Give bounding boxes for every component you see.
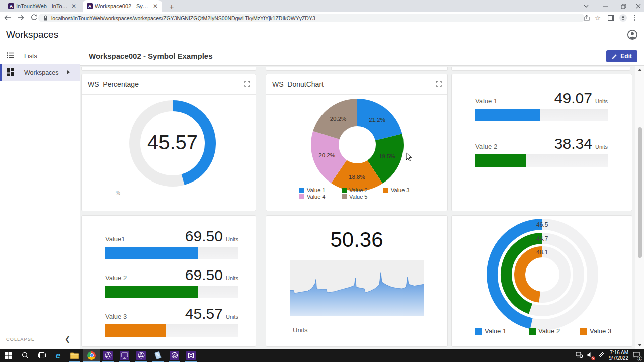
scroll-down-icon[interactable] [635, 341, 644, 349]
aveva-favicon: A [8, 3, 14, 9]
sidebar-item-label: Lists [24, 53, 37, 60]
bar-label: Value 3 [105, 313, 127, 320]
window-minimize-button[interactable] [597, 0, 614, 12]
sidebar: Lists Workspaces COLLAPSE ❮ [0, 46, 80, 349]
app-header: Workspaces [0, 23, 644, 46]
card-partial [266, 67, 448, 71]
pencil-icon [612, 54, 617, 59]
internet-explorer-icon[interactable]: e [50, 349, 66, 362]
donut-chart: 21.2%19.5%18.8%20.2%20.2% [266, 95, 448, 195]
legend-swatch [529, 328, 536, 335]
percentage-value: 45.57 [97, 131, 248, 154]
address-bar[interactable]: localhost/InTouchWeb/workspaces/workspac… [38, 14, 585, 22]
system-tray: 7:16 AM 9/7/2022 1 [576, 349, 644, 362]
bar-track [105, 247, 238, 259]
collapse-chevron-icon: ❮ [65, 335, 70, 343]
window-restore-button[interactable] [615, 0, 632, 12]
fullscreen-icon[interactable] [435, 81, 442, 88]
legend-item: Value 1 [475, 327, 506, 335]
svg-text:20.2%: 20.2% [330, 116, 347, 122]
back-icon[interactable] [2, 13, 13, 22]
tab-close-icon[interactable]: ✕ [152, 3, 159, 10]
bar-unit: Units [226, 275, 238, 281]
bar-track [475, 154, 608, 167]
svg-text:20.2%: 20.2% [318, 152, 335, 158]
legend-label: Value 4 [307, 194, 326, 200]
window-close-button[interactable] [630, 0, 644, 12]
scrollbar-thumb[interactable] [638, 127, 642, 258]
legend-item: Value 3 [383, 187, 410, 193]
fullscreen-icon[interactable] [244, 81, 251, 88]
file-explorer-icon[interactable] [66, 349, 83, 362]
workspaces-grid-icon [7, 68, 14, 77]
profile-avatar[interactable] [618, 13, 628, 22]
edit-button[interactable]: Edit [606, 50, 637, 62]
legend-label: Value 1 [307, 187, 326, 193]
browser-toolbar: localhost/InTouchWeb/workspaces/workspac… [0, 12, 644, 23]
account-icon[interactable] [627, 29, 638, 40]
sidebar-collapse[interactable]: COLLAPSE ❮ [0, 334, 80, 345]
windowmaker-notebook-icon[interactable] [149, 349, 166, 362]
window-menu-chevron-icon[interactable] [578, 0, 595, 12]
sidebar-item-lists[interactable]: Lists [0, 48, 80, 64]
legend-swatch [383, 188, 388, 193]
svg-text:18.8%: 18.8% [349, 174, 365, 180]
legend-item: Value 2 [342, 187, 368, 193]
share-icon[interactable] [582, 13, 592, 22]
list-icon [7, 52, 15, 60]
side-panel-icon[interactable] [606, 13, 616, 22]
svg-text:21.2%: 21.2% [369, 117, 385, 123]
browser-tab-intouchweb[interactable]: A InTouchWeb - InTouch Introduction ✕ [4, 0, 80, 12]
system-management-console-icon[interactable] [100, 349, 116, 362]
bar-row: Value 1 49.07Units [475, 89, 608, 121]
vertical-scrollbar[interactable] [635, 66, 644, 349]
page-header: Workspace002 - Symbol Examples Edit [80, 46, 644, 66]
legend-item: Value 3 [580, 327, 611, 335]
chrome-icon[interactable] [83, 349, 100, 362]
tab-title: InTouchWeb - InTouch Introduction [16, 3, 68, 9]
tab-close-icon[interactable]: ✕ [70, 3, 77, 10]
trend-unit: Units [293, 326, 308, 334]
card-radial-gauge: 46.544.748.1 Value 1 Value 2 Value 3 [451, 215, 632, 347]
bar-fill [105, 324, 166, 337]
network-tray-icon[interactable] [576, 351, 583, 360]
volume-muted-icon[interactable] [587, 351, 594, 360]
pen-tray-icon[interactable] [598, 351, 604, 360]
scroll-up-icon[interactable] [635, 66, 644, 74]
card-title: WS_Percentage [88, 80, 139, 88]
card-ws-percentage: WS_Percentage 45.57 % [81, 74, 256, 211]
new-tab-button[interactable]: + [166, 2, 177, 11]
taskbar-search-icon[interactable] [17, 349, 33, 362]
trend-value: 50.36 [266, 228, 447, 252]
start-button[interactable] [0, 349, 17, 362]
reload-icon[interactable] [28, 13, 39, 22]
intouch-app-icon[interactable] [116, 349, 133, 362]
card-partial [451, 67, 630, 71]
card-title: WS_DonutChart [272, 80, 324, 88]
bar-label: Value 2 [105, 274, 127, 282]
browser-tab-workspace002[interactable]: A Workspace002 - Symbol Examples ✕ [83, 0, 162, 12]
license-manager-icon[interactable] [166, 349, 183, 362]
task-view-icon[interactable] [33, 349, 50, 362]
bar-value: 38.34 [554, 135, 592, 152]
bookmark-star-icon[interactable]: ☆ [593, 13, 603, 22]
forward-icon[interactable] [15, 13, 26, 22]
legend-item: Value 4 [299, 194, 326, 200]
legend-swatch [342, 194, 347, 199]
bar-track [105, 286, 238, 298]
historian-app-icon[interactable] [183, 349, 199, 362]
card-trend: 50.36 Units [266, 215, 448, 347]
browser-menu-icon[interactable] [630, 13, 640, 22]
submenu-caret-icon [67, 70, 70, 74]
network-app-icon[interactable] [133, 349, 149, 362]
legend-label: Value 2 [349, 187, 368, 193]
bar-row: Value 2 69.50Units [105, 266, 238, 298]
sidebar-item-workspaces[interactable]: Workspaces [0, 64, 80, 81]
legend-swatch [299, 194, 304, 199]
card-bars-bottom: Value1 69.50Units Value 2 69.50Units Val… [81, 215, 256, 347]
action-center-icon[interactable]: 1 [633, 351, 640, 360]
bar-row: Value 3 45.57Units [105, 305, 238, 337]
app-title: Workspaces [6, 29, 58, 40]
taskbar-clock[interactable]: 7:16 AM 9/7/2022 [609, 350, 628, 361]
legend-swatch [342, 188, 347, 193]
